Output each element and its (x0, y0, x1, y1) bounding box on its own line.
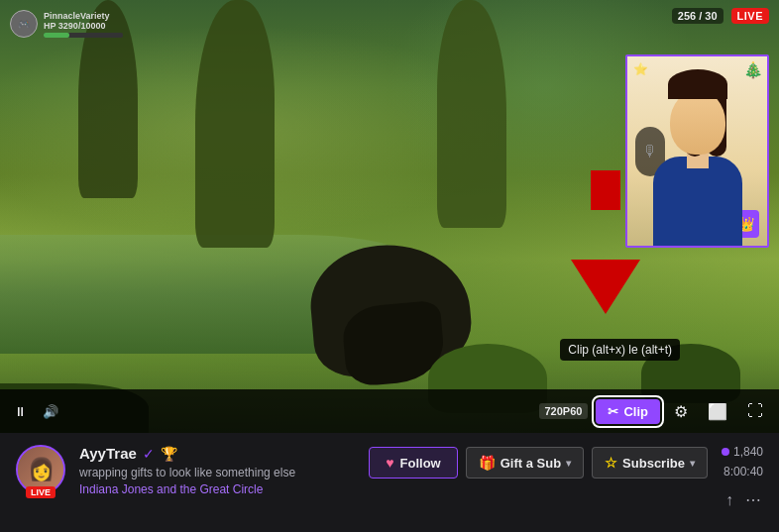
live-badge-hud: LIVE (731, 8, 769, 24)
stream-duration: 8:00:40 (723, 465, 763, 479)
share-icon: ↑ (725, 491, 733, 508)
hud-player-avatar: 🎮 (10, 10, 38, 38)
more-options-icon: ⋯ (745, 491, 761, 508)
hud-player-name: PinnacleVariety (44, 11, 123, 21)
clip-tooltip: Clip (alt+x) le (alt+t) (560, 339, 680, 361)
volume-button[interactable]: 🔊 (39, 400, 62, 423)
meta-icon-buttons: ↑ ⋯ (723, 488, 763, 511)
heart-icon: ♥ (386, 455, 393, 471)
live-indicator: LIVE (26, 486, 56, 498)
share-button[interactable]: ↑ (723, 489, 735, 511)
video-player[interactable]: 🎮 PinnacleVariety HP 3290/10000 256 / 30… (0, 0, 779, 433)
volume-icon: 🔊 (43, 404, 58, 419)
stream-info-bar: 👩 LIVE AyyTrae ✓ 🏆 wrapping gifts to loo… (0, 433, 779, 532)
clip-button[interactable]: ✂ Clip (596, 399, 660, 424)
streamer-name-row: AyyTrae ✓ 🏆 (79, 445, 355, 462)
top-right-hud: 256 / 30 LIVE (672, 8, 769, 24)
stream-details: AyyTrae ✓ 🏆 wrapping gifts to look like … (79, 445, 355, 496)
gift-sub-button[interactable]: 🎁 Gift a Sub ▾ (466, 447, 584, 479)
viewer-stat: 1,840 (722, 445, 763, 459)
tree-3 (437, 0, 506, 228)
stream-action-buttons: ♥ Follow 🎁 Gift a Sub ▾ ☆ Subscribe ▾ (369, 447, 708, 479)
quality-badge[interactable]: 720P60 (539, 403, 589, 419)
theater-mode-icon: ⬜ (708, 403, 727, 420)
clip-scissors-icon: ✂ (608, 404, 618, 419)
streamer-name[interactable]: AyyTrae (79, 445, 137, 462)
more-options-button[interactable]: ⋯ (743, 488, 763, 511)
fullscreen-icon: ⛶ (747, 402, 763, 419)
hp-bar-container (44, 33, 123, 38)
stream-game-link[interactable]: Indiana Jones and the Great Circle (79, 482, 355, 496)
subscribe-button[interactable]: ☆ Subscribe ▾ (592, 447, 708, 479)
settings-gear-icon: ⚙ (674, 403, 688, 420)
follow-button[interactable]: ♥ Follow (369, 447, 457, 479)
play-pause-button[interactable]: ⏸ (10, 400, 31, 423)
subscribe-chevron-icon: ▾ (690, 458, 695, 469)
tree-2 (195, 0, 275, 248)
stream-meta: 1,840 8:00:40 ↑ ⋯ (722, 445, 763, 511)
settings-button[interactable]: ⚙ (668, 398, 694, 425)
viewer-dot-icon (722, 448, 729, 456)
star-icon: ☆ (605, 455, 617, 471)
prime-badge-icon: 🏆 (161, 446, 177, 462)
red-arrow-indicator (571, 260, 640, 314)
stream-title: wrapping gifts to look like something el… (79, 466, 355, 479)
hud-hp-text: HP 3290/10000 (44, 21, 123, 31)
streamer-avatar-wrapper: 👩 LIVE (16, 445, 65, 494)
xmas-deco2: ⭐ (633, 62, 648, 76)
viewer-count-label: 1,840 (733, 445, 763, 459)
player-controls: ⏸ 🔊 720P60 ✂ Clip ⚙ ⬜ ⛶ (0, 389, 779, 433)
gift-icon: 🎁 (479, 455, 496, 471)
viewer-count-hud: 256 / 30 (672, 8, 723, 24)
theater-mode-button[interactable]: ⬜ (702, 398, 733, 425)
fullscreen-button[interactable]: ⛶ (741, 398, 769, 424)
xmas-deco: 🎄 (743, 60, 763, 79)
facecam-overlay: 🎄 ⭐ 🎙 👑 (625, 54, 769, 248)
hp-bar-fill (44, 33, 69, 38)
hud-health: 🎮 PinnacleVariety HP 3290/10000 (10, 10, 123, 38)
play-pause-icon: ⏸ (14, 404, 27, 419)
gift-chevron-icon: ▾ (566, 458, 571, 469)
verified-badge-icon: ✓ (143, 446, 155, 462)
